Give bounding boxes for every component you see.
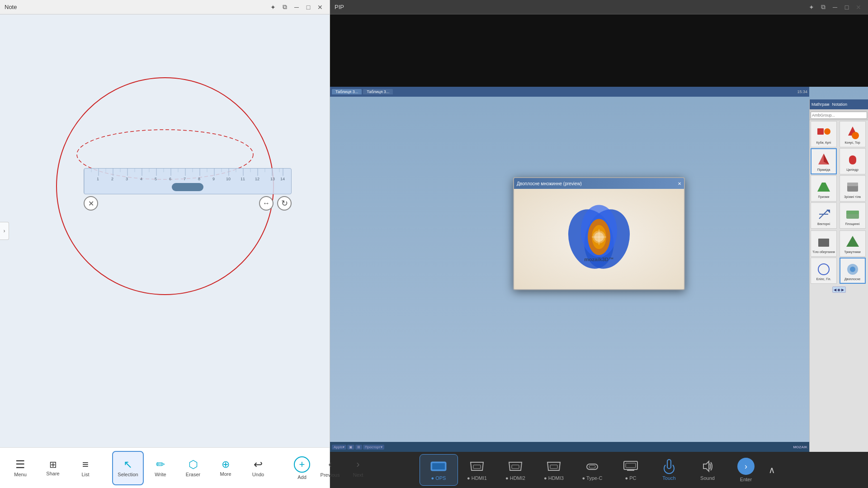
- hdmi1-button[interactable]: ● HDMI1: [458, 454, 496, 486]
- svg-text:4: 4: [140, 177, 142, 181]
- sidebar-item-5[interactable]: Зрізані тіла: [840, 175, 866, 202]
- sound-button[interactable]: Sound: [689, 454, 727, 486]
- svg-text:1: 1: [97, 177, 99, 181]
- note-layout-button[interactable]: ⧉: [280, 2, 290, 12]
- sidebar-item-7-label: Площинні: [845, 222, 859, 225]
- svg-text:8: 8: [198, 177, 200, 181]
- ruler-delete-button[interactable]: ✕: [84, 196, 98, 211]
- pip-content: Таблиця 3... Таблиця 3... 15:34 Двоплосн…: [330, 14, 868, 452]
- share-button[interactable]: ⊞ Share: [37, 451, 69, 485]
- sidebar-item-10-label: Еліпс, Гіп.: [816, 277, 831, 281]
- undo-button[interactable]: ↩ Undo: [242, 451, 274, 485]
- eraser-button[interactable]: ⬡ Eraser: [177, 451, 209, 485]
- menu-label: Menu: [14, 472, 27, 477]
- svg-rect-61: [849, 155, 856, 164]
- pip-desktop-area[interactable]: Таблиця 3... Таблиця 3... 15:34 Двоплосн…: [330, 87, 868, 452]
- hdmi1-label: ● HDMI1: [467, 475, 487, 481]
- previous-button[interactable]: ‹ Previous: [316, 451, 344, 485]
- svg-text:10: 10: [226, 177, 231, 181]
- mozaik-window[interactable]: Двоплосне множинне (preview) ✕: [513, 177, 685, 290]
- sidebar-item-2[interactable]: Піраміда: [811, 148, 837, 174]
- sidebar-item-9[interactable]: Трикутники: [840, 230, 866, 257]
- ops-button[interactable]: ● OPS: [420, 454, 458, 486]
- pip-layout-button[interactable]: ⧉: [818, 2, 828, 12]
- enter-button[interactable]: › Enter: [727, 454, 765, 486]
- write-button[interactable]: ✏ Write: [145, 451, 176, 485]
- add-button[interactable]: + Add: [288, 451, 316, 485]
- pip-pin-button[interactable]: ✦: [807, 2, 816, 12]
- sidebar-item-3[interactable]: Циліндр: [840, 148, 866, 174]
- pip-close-button[interactable]: ✕: [854, 2, 863, 12]
- sidebar-grid-2: Тіло обертання Трикутники Еліпс, Гіп.: [810, 230, 868, 285]
- sidebar-page-indicator[interactable]: ◀ ◉ ▶: [832, 286, 846, 293]
- sidebar-header: Mathгрaм Notation: [810, 99, 868, 109]
- pip-panel: PIP ✦ ⧉ ─ □ ✕ Таблиця 3... Таблиця 3... …: [330, 0, 868, 488]
- add-icon: +: [294, 456, 310, 473]
- circle-drawing: [0, 14, 330, 447]
- note-maximize-button[interactable]: □: [303, 2, 313, 12]
- more-button[interactable]: ⊕ More: [210, 451, 241, 485]
- ruler[interactable]: 1 2 3 4 5 6 7 8: [84, 168, 292, 199]
- svg-rect-64: [847, 183, 858, 186]
- pip-taskbar-btn-ns[interactable]: Просторт▾: [363, 445, 384, 450]
- svg-point-74: [850, 267, 855, 272]
- sidebar-item-6[interactable]: Векторні: [811, 202, 837, 229]
- ruler-resize-button[interactable]: ↔: [259, 196, 274, 211]
- pc-icon: [622, 459, 640, 474]
- pip-taskbar-btn-apps[interactable]: Аppls▾: [332, 445, 346, 450]
- hdmi3-button[interactable]: ● HDMI3: [535, 454, 573, 486]
- svg-text:11: 11: [241, 177, 245, 181]
- sidebar-item-6-label: Векторні: [817, 222, 830, 225]
- undo-label: Undo: [252, 472, 264, 477]
- write-icon: ✏: [156, 459, 165, 470]
- menu-button[interactable]: ☰ Menu: [5, 451, 36, 485]
- share-icon: ⊞: [49, 460, 57, 469]
- svg-point-72: [818, 264, 829, 275]
- note-minimize-button[interactable]: ─: [292, 2, 302, 12]
- pip-taskbar-btn-3[interactable]: ⊞: [355, 445, 362, 450]
- mozaik-close[interactable]: ✕: [678, 181, 681, 186]
- ruler-body[interactable]: 1 2 3 4 5 6 7 8: [84, 168, 292, 194]
- sidebar-search-input[interactable]: [811, 112, 867, 119]
- ruler-rotate-button[interactable]: ↻: [277, 196, 292, 211]
- pip-taskbar-btn-2[interactable]: ▣: [347, 445, 354, 450]
- list-button[interactable]: ≡ List: [70, 451, 101, 485]
- sidebar-search[interactable]: [810, 109, 868, 120]
- mozaik-logo-svg: mozaik3D™: [558, 203, 640, 275]
- sidebar-item-4[interactable]: Призми: [811, 175, 837, 202]
- sidebar-item-0[interactable]: Куби, Кулі: [811, 121, 837, 147]
- note-canvas[interactable]: › 1: [0, 14, 330, 447]
- sidebar-item-7[interactable]: Площинні: [840, 202, 866, 229]
- selection-button[interactable]: ↖ Selection: [112, 451, 144, 485]
- pc-button[interactable]: ● PC: [612, 454, 650, 486]
- note-close-button[interactable]: ✕: [315, 2, 325, 12]
- sidebar-item-11[interactable]: Двоплосне: [840, 258, 866, 284]
- sidebar-item-1[interactable]: Конус, Тор: [840, 121, 866, 147]
- next-button[interactable]: › Next: [344, 451, 372, 485]
- typec-button[interactable]: ● Type-C: [573, 454, 612, 486]
- toolbar-left-section: ☰ Menu ⊞ Share ≡ List: [5, 451, 101, 485]
- touch-button[interactable]: Touch: [650, 454, 689, 486]
- pip-minimize-button[interactable]: ─: [830, 2, 840, 12]
- ops-label: ● OPS: [431, 475, 446, 481]
- scroll-up-button[interactable]: ∧: [765, 459, 779, 481]
- mozaik-body: mozaik3D™: [514, 189, 684, 289]
- hdmi2-button[interactable]: ● HDMI2: [496, 454, 535, 486]
- pip-tab-2[interactable]: Таблиця 3...: [363, 89, 393, 94]
- svg-text:12: 12: [255, 177, 259, 181]
- pip-maximize-button[interactable]: □: [842, 2, 852, 12]
- sidebar-item-8[interactable]: Тіло обертання: [811, 230, 837, 257]
- input-selection-bar: ● OPS ● HDMI1 ● HDMI2: [330, 452, 868, 488]
- ops-icon: [429, 459, 448, 474]
- pip-titlebar-controls: ✦ ⧉ ─ □ ✕: [807, 2, 863, 12]
- ruler-handle[interactable]: [172, 183, 203, 191]
- sidebar-item-10[interactable]: Еліпс, Гіп.: [811, 258, 837, 284]
- pip-titlebar: PIP ✦ ⧉ ─ □ ✕: [330, 0, 868, 14]
- svg-marker-71: [846, 236, 859, 247]
- sidebar-scroll-indicators: ◀ ◉ ▶: [810, 285, 868, 295]
- pip-time: 15:34: [797, 89, 807, 94]
- pip-tab-1[interactable]: Таблиця 3...: [332, 89, 362, 94]
- touch-label: Touch: [662, 475, 675, 481]
- note-pin-button[interactable]: ✦: [268, 2, 278, 12]
- pip-app-bar: Таблиця 3... Таблиця 3... 15:34: [330, 87, 809, 97]
